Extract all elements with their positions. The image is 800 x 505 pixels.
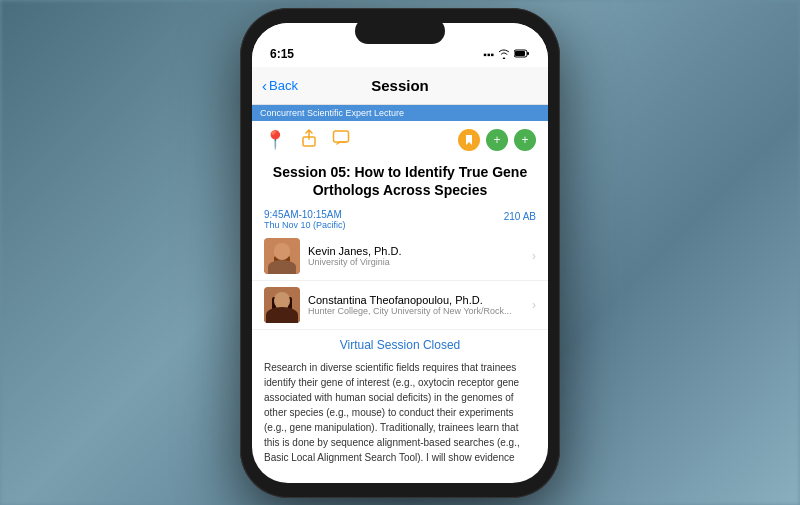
- bookmark-icon[interactable]: [458, 129, 480, 151]
- action-left-icons: 📍: [264, 129, 350, 151]
- status-icons: ▪▪▪: [483, 49, 530, 61]
- svg-rect-12: [272, 297, 276, 315]
- session-description: Research in diverse scientific fields re…: [252, 356, 548, 483]
- speaker-chevron-1: ›: [532, 249, 536, 263]
- svg-rect-1: [527, 52, 529, 55]
- speaker-affil-1: University of Virginia: [308, 257, 532, 267]
- back-button[interactable]: ‹ Back: [262, 77, 298, 94]
- add-icon-1[interactable]: +: [486, 129, 508, 151]
- dynamic-island: [355, 18, 445, 44]
- speaker-name-2: Constantina Theofanopoulou, Ph.D.: [308, 294, 532, 306]
- session-title: Session 05: How to Identify True Gene Or…: [252, 159, 548, 207]
- time-info: 9:45AM-10:15AM Thu Nov 10 (Pacific): [264, 209, 346, 230]
- svg-point-11: [266, 311, 298, 323]
- session-room: 210 AB: [504, 211, 536, 222]
- time-row: 9:45AM-10:15AM Thu Nov 10 (Pacific) 210 …: [252, 207, 548, 232]
- speaker-row[interactable]: Kevin Janes, Ph.D. University of Virgini…: [252, 232, 548, 281]
- nav-bar: ‹ Back Session: [252, 67, 548, 105]
- svg-rect-9: [264, 287, 300, 323]
- speaker-avatar-1: [264, 238, 300, 274]
- svg-rect-5: [264, 238, 300, 274]
- speaker-info-1: Kevin Janes, Ph.D. University of Virgini…: [308, 245, 532, 267]
- back-label: Back: [269, 78, 298, 93]
- svg-rect-4: [334, 131, 349, 142]
- svg-point-10: [274, 292, 290, 308]
- screen: 6:15 ▪▪▪ ‹ Back Session Concurrent Sci: [252, 23, 548, 483]
- session-time: 9:45AM-10:15AM: [264, 209, 346, 220]
- speaker-avatar-2: [264, 287, 300, 323]
- wifi-icon: [498, 49, 510, 61]
- signal-icon: ▪▪▪: [483, 49, 494, 60]
- svg-point-7: [268, 260, 296, 274]
- session-date: Thu Nov 10 (Pacific): [264, 220, 346, 230]
- action-row: 📍: [252, 121, 548, 159]
- category-tag: Concurrent Scientific Expert Lecture: [252, 105, 548, 121]
- status-time: 6:15: [270, 47, 294, 61]
- speaker-chevron-2: ›: [532, 298, 536, 312]
- chat-icon[interactable]: [332, 129, 350, 151]
- phone-shell: 6:15 ▪▪▪ ‹ Back Session Concurrent Sci: [240, 8, 560, 498]
- speaker-row-2[interactable]: Constantina Theofanopoulou, Ph.D. Hunter…: [252, 281, 548, 330]
- speaker-affil-2: Hunter College, City University of New Y…: [308, 306, 532, 316]
- speaker-info-2: Constantina Theofanopoulou, Ph.D. Hunter…: [308, 294, 532, 316]
- back-chevron-icon: ‹: [262, 77, 267, 94]
- speaker-name-1: Kevin Janes, Ph.D.: [308, 245, 532, 257]
- content-area: Concurrent Scientific Expert Lecture 📍: [252, 105, 548, 483]
- action-right-icons: + +: [458, 129, 536, 151]
- virtual-session-status: Virtual Session Closed: [252, 330, 548, 356]
- share-icon[interactable]: [300, 129, 318, 151]
- svg-rect-8: [274, 256, 290, 262]
- location-icon[interactable]: 📍: [264, 129, 286, 151]
- battery-icon: [514, 49, 530, 60]
- add-icon-2[interactable]: +: [514, 129, 536, 151]
- svg-point-6: [274, 243, 290, 259]
- svg-rect-2: [515, 51, 525, 56]
- svg-rect-13: [288, 297, 292, 315]
- nav-title: Session: [371, 77, 429, 94]
